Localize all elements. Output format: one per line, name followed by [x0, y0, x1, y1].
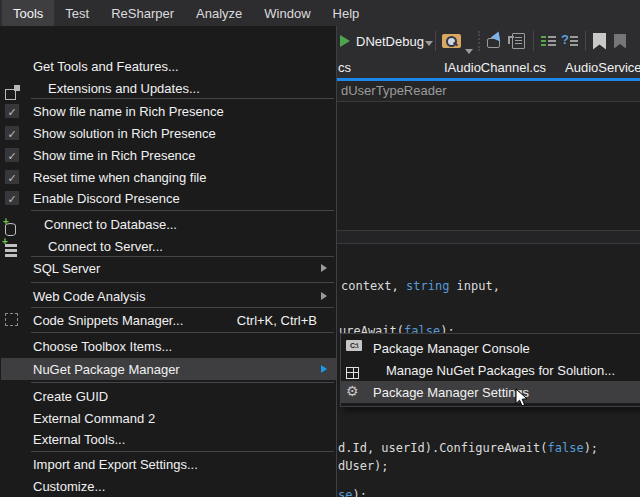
select-element-button[interactable]: [487, 25, 505, 57]
menubar-item-analyze[interactable]: Analyze: [185, 0, 253, 26]
snippets-icon: [5, 313, 18, 326]
menu-item-code-snippets-manager[interactable]: Code Snippets Manager...Ctrl+K, Ctrl+B: [1, 309, 336, 331]
code-editor[interactable]: context, string input, ureAwait(false); …: [337, 101, 640, 497]
checkmark-icon: [5, 148, 19, 162]
menu-item-web-code-analysis[interactable]: Web Code Analysis: [1, 285, 336, 307]
database-icon: [5, 223, 16, 236]
menu-item-label: Choose Toolbox Items...: [33, 339, 172, 354]
menubar-item-tools[interactable]: Tools: [2, 0, 54, 26]
previous-bookmark-button[interactable]: [614, 25, 626, 57]
menu-item-label: NuGet Package Manager: [33, 362, 180, 377]
menu-item-label: Reset time when changing file: [33, 170, 206, 185]
menu-item-label: SQL Server: [33, 261, 100, 276]
visual-studio-window: context, string input, ureAwait(false); …: [0, 0, 640, 497]
menu-separator: [31, 210, 334, 211]
menu-item-label: Import and Export Settings...: [33, 457, 198, 472]
checkmark-icon: [5, 170, 19, 184]
menu-item-external-tools[interactable]: External Tools...: [1, 428, 336, 450]
menu-item-get-tools-and-features[interactable]: Get Tools and Features...: [1, 55, 336, 77]
menu-item-label: Manage NuGet Packages for Solution...: [386, 363, 615, 378]
menubar-item-test[interactable]: Test: [54, 0, 100, 26]
bookmark-icon: [593, 33, 606, 50]
document-tab-partial[interactable]: cs: [338, 60, 351, 75]
menubar-item-resharper[interactable]: ReSharper: [100, 0, 185, 26]
menu-item-extensions-and-updates[interactable]: Extensions and Updates...: [1, 77, 336, 99]
menu-separator: [31, 332, 334, 333]
menubar-item-help[interactable]: Help: [322, 0, 371, 26]
document-tab-audioservice[interactable]: AudioService.cs: [565, 60, 640, 75]
code-line: context, string input,: [341, 278, 500, 294]
menu-item-label: Code Snippets Manager...: [33, 313, 183, 328]
menu-item-show-solution[interactable]: Show solution in Rich Presence: [1, 122, 336, 144]
submenu-item-manage-nuget-packages[interactable]: Manage NuGet Packages for Solution...: [341, 359, 640, 381]
menu-item-connect-to-server[interactable]: Connect to Server...: [1, 235, 336, 257]
chevron-down-icon: [465, 49, 473, 54]
standard-toolbar: DNetDebug: [337, 25, 640, 57]
mouse-cursor: [515, 388, 529, 411]
submenu-item-package-manager-settings[interactable]: ⚙Package Manager Settings: [341, 381, 640, 403]
menu-item-enable-discord-presence[interactable]: Enable Discord Presence: [1, 187, 336, 209]
collapsed-region-band: [337, 230, 640, 244]
breadcrumb-text: dUserTypeReader: [341, 83, 447, 98]
checkmark-icon: [5, 126, 19, 140]
menu-item-label: Connect to Server...: [48, 239, 163, 254]
debug-target-label[interactable]: DNetDebug: [356, 25, 424, 57]
menu-item-create-guid[interactable]: Create GUID: [1, 385, 336, 407]
extensions-icon: [5, 85, 20, 100]
menu-item-nuget-package-manager[interactable]: NuGet Package Manager: [1, 358, 336, 380]
package-icon: [346, 367, 359, 379]
menu-item-label: Web Code Analysis: [33, 289, 146, 304]
find-in-files-button[interactable]: [442, 25, 461, 57]
chevron-right-icon: [321, 292, 327, 300]
menu-item-sql-server[interactable]: SQL Server: [1, 257, 336, 279]
menu-separator: [31, 307, 334, 308]
comment-lines-icon: [541, 35, 556, 47]
code-line: dUser);: [338, 458, 389, 474]
menu-item-label: Get Tools and Features...: [33, 59, 179, 74]
toolbar-drag-handle[interactable]: [478, 31, 480, 51]
find-in-files-icon: [442, 34, 461, 48]
menu-item-connect-to-database[interactable]: Connect to Database...: [1, 213, 336, 235]
chevron-down-icon: [425, 41, 433, 46]
menu-item-label: Create GUID: [33, 389, 108, 404]
menu-item-show-time[interactable]: Show time in Rich Presence: [1, 144, 336, 166]
toggle-bookmark-button[interactable]: [593, 25, 606, 57]
menu-item-label: External Command 2: [33, 411, 155, 426]
start-debug-button[interactable]: [340, 25, 350, 57]
menu-item-label: Package Manager Settings: [373, 385, 529, 400]
menu-item-label: Enable Discord Presence: [33, 191, 180, 206]
menu-separator: [31, 451, 334, 452]
menu-item-import-export-settings[interactable]: Import and Export Settings...: [1, 453, 336, 475]
menu-item-label: Package Manager Console: [373, 341, 530, 356]
menu-item-label: Show solution in Rich Presence: [33, 126, 216, 141]
menu-item-choose-toolbox-items[interactable]: Choose Toolbox Items...: [1, 335, 336, 357]
toolbar-separator: [435, 31, 436, 51]
toolbar-separator: [585, 31, 586, 51]
submenu-item-package-manager-console[interactable]: C:\Package Manager Console: [341, 337, 640, 359]
checkmark-icon: [5, 104, 19, 118]
code-line: se);: [338, 487, 367, 497]
comment-lines-button[interactable]: [541, 25, 556, 57]
gear-icon: ⚙: [346, 384, 361, 399]
previous-bookmark-icon: [614, 34, 626, 49]
document-tab-iaudiochannel[interactable]: IAudioChannel.cs: [444, 60, 546, 75]
menu-item-label: Connect to Database...: [44, 217, 177, 232]
debug-target-dropdown[interactable]: [425, 25, 433, 57]
editor-breadcrumb-bar[interactable]: dUserTypeReader: [337, 81, 640, 101]
play-icon: [340, 35, 350, 47]
nuget-submenu-popup: C:\Package Manager Console Manage NuGet …: [340, 333, 640, 407]
menu-item-reset-time[interactable]: Reset time when changing file: [1, 166, 336, 188]
edit-document-button[interactable]: [512, 25, 525, 57]
chevron-right-icon: [321, 365, 327, 373]
menubar-item-window[interactable]: Window: [253, 0, 321, 26]
menu-item-customize[interactable]: Customize...: [1, 475, 336, 497]
menu-shortcut: Ctrl+K, Ctrl+B: [237, 313, 317, 328]
tools-menu-popup: Get Tools and Features... Extensions and…: [0, 26, 337, 497]
menu-item-label: Show file name in Rich Presence: [33, 104, 224, 119]
cursor-rect-icon: [487, 33, 505, 49]
uncomment-lines-button[interactable]: [561, 25, 578, 57]
menu-item-show-file-name[interactable]: Show file name in Rich Presence: [1, 100, 336, 122]
menu-item-external-command-2[interactable]: External Command 2: [1, 407, 336, 429]
menu-separator: [31, 98, 334, 99]
chevron-right-icon: [321, 264, 327, 272]
